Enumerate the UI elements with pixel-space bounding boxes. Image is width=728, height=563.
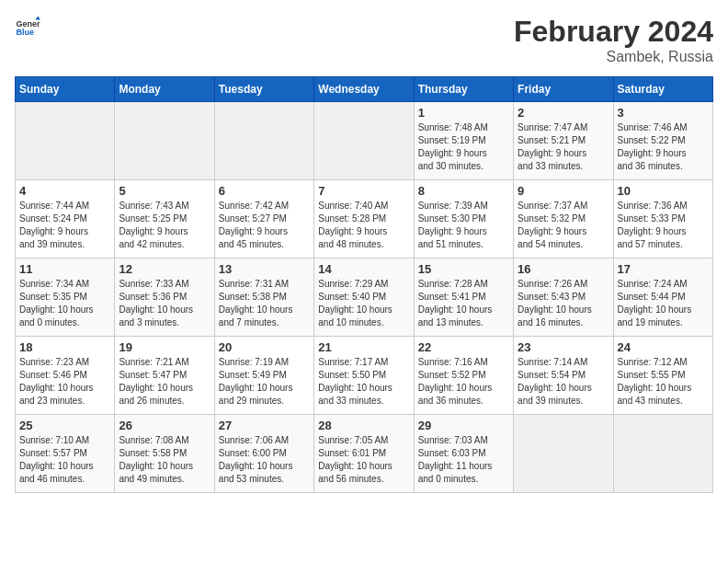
day-info: Sunrise: 7:44 AMSunset: 5:24 PMDaylight:…: [19, 200, 110, 251]
title-section: February 2024 Sambek, Russia: [514, 15, 713, 65]
day-info: Sunrise: 7:05 AMSunset: 6:01 PMDaylight:…: [318, 434, 409, 486]
day-number: 28: [318, 419, 409, 432]
day-info: Sunrise: 7:23 AMSunset: 5:46 PMDaylight:…: [19, 356, 110, 408]
day-number: 7: [318, 184, 409, 198]
calendar-header-row: SundayMondayTuesdayWednesdayThursdayFrid…: [16, 77, 713, 102]
day-number: 11: [19, 262, 110, 276]
calendar-cell: 20Sunrise: 7:19 AMSunset: 5:49 PMDayligh…: [214, 337, 313, 415]
calendar-cell: 1Sunrise: 7:48 AMSunset: 5:19 PMDaylight…: [414, 102, 513, 180]
day-info: Sunrise: 7:33 AMSunset: 5:36 PMDaylight:…: [119, 278, 210, 329]
day-info: Sunrise: 7:12 AMSunset: 5:55 PMDaylight:…: [618, 356, 709, 408]
calendar-cell: [214, 102, 313, 180]
day-number: 10: [618, 184, 709, 198]
day-number: 17: [618, 262, 709, 276]
calendar-cell: 21Sunrise: 7:17 AMSunset: 5:50 PMDayligh…: [314, 337, 414, 415]
day-number: 5: [119, 184, 210, 198]
day-number: 29: [418, 419, 509, 432]
day-number: 27: [219, 419, 310, 432]
calendar-cell: 7Sunrise: 7:40 AMSunset: 5:28 PMDaylight…: [314, 180, 414, 259]
day-of-week-header: Tuesday: [214, 77, 313, 102]
day-info: Sunrise: 7:08 AMSunset: 5:58 PMDaylight:…: [119, 434, 210, 486]
calendar-cell: 15Sunrise: 7:28 AMSunset: 5:41 PMDayligh…: [414, 259, 513, 337]
calendar-cell: 2Sunrise: 7:47 AMSunset: 5:21 PMDaylight…: [514, 102, 613, 180]
day-number: 24: [618, 340, 709, 354]
day-of-week-header: Saturday: [613, 77, 712, 102]
day-number: 2: [518, 106, 609, 120]
day-info: Sunrise: 7:21 AMSunset: 5:47 PMDaylight:…: [119, 356, 210, 408]
calendar-cell: [314, 102, 414, 180]
calendar-cell: [16, 102, 115, 180]
day-number: 19: [119, 340, 210, 354]
calendar-cell: 8Sunrise: 7:39 AMSunset: 5:30 PMDaylight…: [414, 180, 513, 259]
day-info: Sunrise: 7:26 AMSunset: 5:43 PMDaylight:…: [518, 278, 609, 329]
day-of-week-header: Friday: [514, 77, 613, 102]
calendar-cell: 11Sunrise: 7:34 AMSunset: 5:35 PMDayligh…: [16, 259, 115, 337]
day-number: 15: [418, 262, 509, 276]
logo: General Blue: [15, 15, 40, 40]
day-number: 21: [318, 340, 409, 354]
day-info: Sunrise: 7:31 AMSunset: 5:38 PMDaylight:…: [219, 278, 310, 329]
calendar-cell: 14Sunrise: 7:29 AMSunset: 5:40 PMDayligh…: [314, 259, 414, 337]
day-info: Sunrise: 7:46 AMSunset: 5:22 PMDaylight:…: [618, 121, 709, 173]
calendar-cell: 19Sunrise: 7:21 AMSunset: 5:47 PMDayligh…: [115, 337, 214, 415]
calendar-cell: [514, 415, 613, 493]
calendar-cell: [115, 102, 214, 180]
day-number: 18: [19, 340, 110, 354]
calendar-cell: 18Sunrise: 7:23 AMSunset: 5:46 PMDayligh…: [16, 337, 115, 415]
calendar-cell: 23Sunrise: 7:14 AMSunset: 5:54 PMDayligh…: [514, 337, 613, 415]
day-info: Sunrise: 7:24 AMSunset: 5:44 PMDaylight:…: [618, 278, 709, 329]
day-info: Sunrise: 7:10 AMSunset: 5:57 PMDaylight:…: [19, 434, 110, 486]
day-number: 8: [418, 184, 509, 198]
day-of-week-header: Monday: [115, 77, 214, 102]
location-subtitle: Sambek, Russia: [514, 49, 713, 65]
logo-icon: General Blue: [15, 15, 40, 40]
calendar-cell: 16Sunrise: 7:26 AMSunset: 5:43 PMDayligh…: [514, 259, 613, 337]
calendar-cell: 13Sunrise: 7:31 AMSunset: 5:38 PMDayligh…: [214, 259, 313, 337]
calendar-table: SundayMondayTuesdayWednesdayThursdayFrid…: [15, 76, 713, 493]
calendar-cell: 6Sunrise: 7:42 AMSunset: 5:27 PMDaylight…: [214, 180, 313, 259]
day-number: 14: [318, 262, 409, 276]
calendar-cell: 17Sunrise: 7:24 AMSunset: 5:44 PMDayligh…: [613, 259, 712, 337]
calendar-week-row: 18Sunrise: 7:23 AMSunset: 5:46 PMDayligh…: [16, 337, 713, 415]
day-number: 16: [518, 262, 609, 276]
day-info: Sunrise: 7:34 AMSunset: 5:35 PMDaylight:…: [19, 278, 110, 329]
calendar-cell: 24Sunrise: 7:12 AMSunset: 5:55 PMDayligh…: [613, 337, 712, 415]
calendar-cell: 25Sunrise: 7:10 AMSunset: 5:57 PMDayligh…: [16, 415, 115, 493]
day-number: 9: [518, 184, 609, 198]
calendar-cell: 10Sunrise: 7:36 AMSunset: 5:33 PMDayligh…: [613, 180, 712, 259]
day-number: 6: [219, 184, 310, 198]
day-number: 22: [418, 340, 509, 354]
svg-text:General: General: [16, 19, 40, 29]
calendar-week-row: 11Sunrise: 7:34 AMSunset: 5:35 PMDayligh…: [16, 259, 713, 337]
calendar-cell: 22Sunrise: 7:16 AMSunset: 5:52 PMDayligh…: [414, 337, 513, 415]
month-year-title: February 2024: [514, 15, 713, 49]
day-info: Sunrise: 7:39 AMSunset: 5:30 PMDaylight:…: [418, 200, 509, 251]
day-number: 25: [19, 419, 110, 432]
day-of-week-header: Thursday: [414, 77, 513, 102]
calendar-cell: 4Sunrise: 7:44 AMSunset: 5:24 PMDaylight…: [16, 180, 115, 259]
day-info: Sunrise: 7:06 AMSunset: 6:00 PMDaylight:…: [219, 434, 310, 486]
calendar-week-row: 1Sunrise: 7:48 AMSunset: 5:19 PMDaylight…: [16, 102, 713, 180]
day-info: Sunrise: 7:03 AMSunset: 6:03 PMDaylight:…: [418, 434, 509, 486]
calendar-week-row: 4Sunrise: 7:44 AMSunset: 5:24 PMDaylight…: [16, 180, 713, 259]
day-of-week-header: Sunday: [16, 77, 115, 102]
calendar-cell: 28Sunrise: 7:05 AMSunset: 6:01 PMDayligh…: [314, 415, 414, 493]
day-number: 20: [219, 340, 310, 354]
page-header: General Blue February 2024 Sambek, Russi…: [15, 15, 713, 65]
calendar-cell: 3Sunrise: 7:46 AMSunset: 5:22 PMDaylight…: [613, 102, 712, 180]
day-number: 13: [219, 262, 310, 276]
day-of-week-header: Wednesday: [314, 77, 414, 102]
calendar-week-row: 25Sunrise: 7:10 AMSunset: 5:57 PMDayligh…: [16, 415, 713, 493]
day-info: Sunrise: 7:43 AMSunset: 5:25 PMDaylight:…: [119, 200, 210, 251]
calendar-cell: 5Sunrise: 7:43 AMSunset: 5:25 PMDaylight…: [115, 180, 214, 259]
day-info: Sunrise: 7:19 AMSunset: 5:49 PMDaylight:…: [219, 356, 310, 408]
calendar-cell: 9Sunrise: 7:37 AMSunset: 5:32 PMDaylight…: [514, 180, 613, 259]
day-info: Sunrise: 7:16 AMSunset: 5:52 PMDaylight:…: [418, 356, 509, 408]
day-number: 3: [618, 106, 709, 120]
day-info: Sunrise: 7:36 AMSunset: 5:33 PMDaylight:…: [618, 200, 709, 251]
day-info: Sunrise: 7:37 AMSunset: 5:32 PMDaylight:…: [518, 200, 609, 251]
calendar-cell: 29Sunrise: 7:03 AMSunset: 6:03 PMDayligh…: [414, 415, 513, 493]
calendar-cell: 12Sunrise: 7:33 AMSunset: 5:36 PMDayligh…: [115, 259, 214, 337]
day-number: 26: [119, 419, 210, 432]
calendar-cell: 27Sunrise: 7:06 AMSunset: 6:00 PMDayligh…: [214, 415, 313, 493]
